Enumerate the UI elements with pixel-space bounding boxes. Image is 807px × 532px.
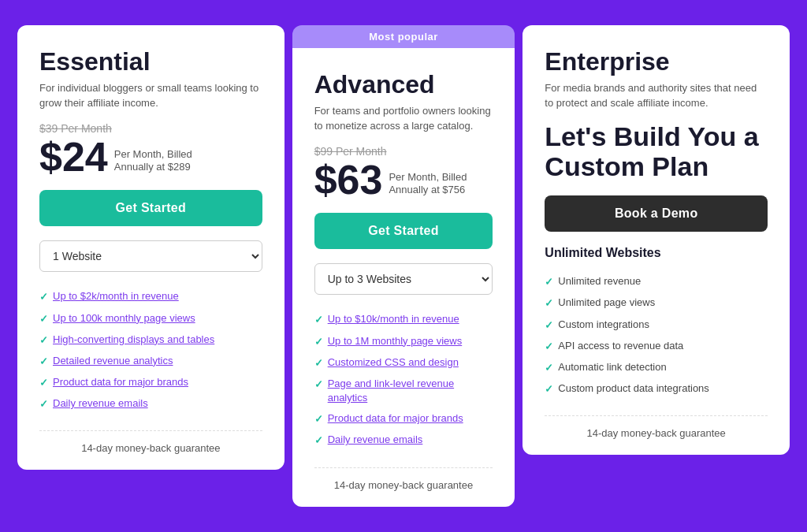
essential-feature-3-text[interactable]: High-converting displays and tables	[53, 333, 214, 347]
enterprise-feature-5: ✓ Automatic link detection	[545, 357, 768, 378]
check-icon: ✓	[545, 340, 553, 354]
check-icon: ✓	[314, 433, 323, 448]
advanced-price-row: $63 Per Month, BilledAnnually at $756	[314, 159, 493, 200]
essential-feature-6: ✓ Daily revenue emails	[39, 393, 262, 415]
check-icon: ✓	[39, 290, 48, 304]
essential-feature-5-text[interactable]: Product data for major brands	[53, 375, 188, 389]
enterprise-feature-2: ✓ Unlimited page views	[545, 292, 768, 314]
advanced-wrapper: Most popular Advanced For teams and port…	[292, 25, 515, 506]
essential-price-details: Per Month, BilledAnnually at $289	[114, 148, 192, 178]
essential-feature-5: ✓ Product data for major brands	[39, 372, 262, 393]
enterprise-plan-name: Enterprise	[545, 47, 768, 76]
advanced-plan-name: Advanced	[314, 70, 493, 99]
enterprise-feature-1-text: Unlimited revenue	[558, 274, 641, 288]
enterprise-book-demo-button[interactable]: Book a Demo	[545, 195, 768, 232]
enterprise-feature-4-text: API access to revenue data	[558, 339, 683, 353]
enterprise-feature-1: ✓ Unlimited revenue	[545, 271, 768, 292]
advanced-features-list: ✓ Up to $10k/month in revenue ✓ Up to 1M…	[314, 309, 493, 451]
essential-feature-4: ✓ Detailed revenue analytics	[39, 351, 262, 372]
check-icon: ✓	[314, 412, 323, 426]
essential-plan-card: Essential For individual bloggers or sma…	[17, 25, 284, 470]
essential-plan-description: For individual bloggers or small teams l…	[39, 81, 262, 111]
enterprise-feature-2-text: Unlimited page views	[558, 296, 655, 310]
enterprise-feature-6: ✓ Custom product data integrations	[545, 378, 768, 400]
check-icon: ✓	[545, 318, 553, 333]
advanced-plan-description: For teams and portfolio owners looking t…	[314, 104, 493, 134]
enterprise-feature-3-text: Custom integrations	[558, 318, 649, 332]
advanced-feature-4-text[interactable]: Page and link-level revenue analytics	[328, 377, 493, 405]
enterprise-custom-plan-label: Let's Build You a Custom Plan	[545, 122, 768, 181]
enterprise-unlimited-label: Unlimited Websites	[545, 246, 768, 260]
advanced-get-started-button[interactable]: Get Started	[314, 213, 493, 249]
essential-feature-2: ✓ Up to 100k monthly page views	[39, 308, 262, 329]
essential-feature-3: ✓ High-converting displays and tables	[39, 329, 262, 351]
essential-money-back: 14-day money-back guarantee	[39, 430, 262, 454]
advanced-plan-card: Advanced For teams and portfolio owners …	[292, 48, 515, 506]
advanced-money-back: 14-day money-back guarantee	[314, 467, 493, 491]
advanced-feature-2: ✓ Up to 1M monthly page views	[314, 331, 493, 352]
check-icon: ✓	[39, 355, 48, 369]
advanced-price-details: Per Month, BilledAnnually at $756	[389, 171, 467, 201]
advanced-price-amount: $63	[314, 159, 383, 200]
check-icon: ✓	[545, 275, 553, 289]
advanced-feature-1: ✓ Up to $10k/month in revenue	[314, 309, 493, 330]
advanced-feature-5: ✓ Product data for major brands	[314, 408, 493, 430]
advanced-feature-3: ✓ Customized CSS and design	[314, 352, 493, 374]
check-icon: ✓	[39, 333, 48, 348]
check-icon: ✓	[39, 312, 48, 326]
check-icon: ✓	[545, 382, 553, 396]
advanced-feature-2-text[interactable]: Up to 1M monthly page views	[328, 334, 463, 348]
essential-price-row: $24 Per Month, BilledAnnually at $289	[39, 136, 262, 177]
check-icon: ✓	[39, 376, 48, 390]
check-icon: ✓	[314, 313, 323, 327]
check-icon: ✓	[314, 335, 323, 349]
enterprise-money-back: 14-day money-back guarantee	[545, 415, 768, 439]
essential-plan-name: Essential	[39, 47, 262, 76]
essential-get-started-button[interactable]: Get Started	[39, 190, 262, 226]
advanced-website-select[interactable]: Up to 3 Websites Up to 5 Websites Up to …	[314, 263, 493, 295]
essential-features-list: ✓ Up to $2k/month in revenue ✓ Up to 100…	[39, 286, 262, 415]
pricing-container: Essential For individual bloggers or sma…	[17, 25, 790, 506]
check-icon: ✓	[545, 296, 553, 311]
advanced-feature-5-text[interactable]: Product data for major brands	[328, 411, 463, 426]
enterprise-plan-description: For media brands and authority sites tha…	[545, 81, 768, 111]
essential-feature-1: ✓ Up to $2k/month in revenue	[39, 286, 262, 307]
essential-feature-1-text[interactable]: Up to $2k/month in revenue	[53, 289, 179, 303]
enterprise-feature-6-text: Custom product data integrations	[558, 381, 709, 396]
most-popular-banner: Most popular	[292, 25, 515, 48]
enterprise-feature-5-text: Automatic link detection	[558, 360, 666, 374]
enterprise-feature-4: ✓ API access to revenue data	[545, 336, 768, 357]
essential-original-price: $39 Per Month	[39, 122, 262, 135]
check-icon: ✓	[545, 361, 553, 375]
essential-feature-4-text[interactable]: Detailed revenue analytics	[53, 354, 173, 368]
enterprise-features-list: ✓ Unlimited revenue ✓ Unlimited page vie…	[545, 271, 768, 400]
essential-feature-6-text[interactable]: Daily revenue emails	[53, 396, 148, 411]
check-icon: ✓	[314, 378, 323, 392]
advanced-feature-6: ✓ Daily revenue emails	[314, 430, 493, 451]
essential-feature-2-text[interactable]: Up to 100k monthly page views	[53, 311, 195, 326]
advanced-feature-3-text[interactable]: Customized CSS and design	[328, 355, 459, 370]
check-icon: ✓	[39, 397, 48, 411]
advanced-feature-6-text[interactable]: Daily revenue emails	[328, 433, 423, 447]
advanced-original-price: $99 Per Month	[314, 145, 493, 158]
check-icon: ✓	[314, 356, 323, 370]
essential-price-amount: $24	[39, 136, 108, 177]
enterprise-plan-card: Enterprise For media brands and authorit…	[523, 25, 790, 455]
advanced-feature-1-text[interactable]: Up to $10k/month in revenue	[328, 312, 459, 326]
enterprise-feature-3: ✓ Custom integrations	[545, 314, 768, 336]
advanced-feature-4: ✓ Page and link-level revenue analytics	[314, 374, 493, 408]
essential-website-select[interactable]: 1 Website 2 Websites 3 Websites	[39, 240, 262, 272]
